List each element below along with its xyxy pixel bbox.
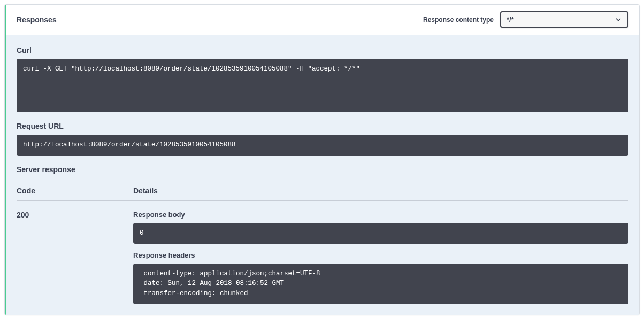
response-headers: content-type: application/json;charset=U… [133, 264, 628, 304]
responses-inner: Responses Response content type */* Curl… [5, 5, 639, 315]
responses-body: Curl curl -X GET "http://localhost:8089/… [6, 35, 639, 315]
response-body: 0 [133, 223, 628, 244]
server-response-label: Server response [17, 165, 628, 174]
curl-label: Curl [17, 46, 628, 55]
column-code: Code [17, 187, 133, 195]
column-details: Details [133, 187, 628, 195]
response-headers-label: Response headers [133, 251, 628, 259]
content-type-select[interactable]: */* [500, 11, 628, 28]
content-type-wrap: Response content type */* [423, 11, 628, 28]
request-url-label: Request URL [17, 122, 628, 130]
response-table-header: Code Details [17, 181, 628, 201]
response-body-label: Response body [133, 211, 628, 219]
response-row: 200 Response body 0 Response headers con… [17, 201, 628, 304]
responses-panel: Responses Response content type */* Curl… [4, 4, 640, 315]
content-type-label: Response content type [423, 16, 494, 24]
request-url-value: http://localhost:8089/order/state/102853… [17, 135, 628, 156]
status-code: 200 [17, 211, 133, 304]
chevron-down-icon [615, 16, 622, 24]
content-type-value: */* [507, 16, 514, 24]
responses-title: Responses [17, 16, 57, 24]
responses-header: Responses Response content type */* [6, 5, 639, 35]
curl-command: curl -X GET "http://localhost:8089/order… [17, 59, 628, 112]
details-cell: Response body 0 Response headers content… [133, 211, 628, 304]
